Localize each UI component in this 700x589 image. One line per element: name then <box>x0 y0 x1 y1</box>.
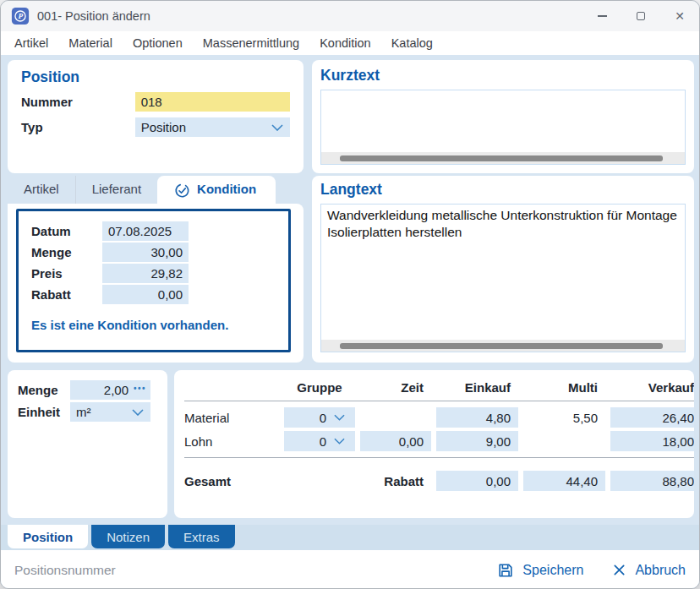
calc-table-panel: Gruppe Zeit Einkauf Multi Verkauf Materi… <box>174 370 694 518</box>
kurztext-hscrollbar[interactable] <box>321 152 685 164</box>
langtext-scroll-thumb[interactable] <box>340 343 664 349</box>
langtext-title: Langtext <box>320 181 686 199</box>
langtext-text: Wandverkleidung metallische Unterkonstru… <box>321 205 685 340</box>
datum-label: Datum <box>31 224 102 238</box>
kondition-box: Datum 07.08.2025 Menge 30,00 Preis 29,82… <box>16 209 291 352</box>
svg-text:P: P <box>18 12 23 20</box>
chevron-down-icon <box>132 409 144 416</box>
calc-table: Gruppe Zeit Einkauf Multi Verkauf Materi… <box>184 380 694 491</box>
material-multi-cell: 5,50 <box>523 407 605 428</box>
einheit-select[interactable]: m² <box>70 402 150 422</box>
einheit-selected-value: m² <box>76 405 91 419</box>
menu-massenermittlung[interactable]: Massenermittlung <box>193 36 309 50</box>
window-title: 001- Position ändern <box>37 9 150 23</box>
menge-panel: Menge 2,00 ••• Einheit m² <box>8 370 167 518</box>
kondition-status-text: Es ist eine Kondition vorhanden. <box>31 318 276 332</box>
einheit-label: Einheit <box>18 405 70 419</box>
tab-kondition[interactable]: Kondition <box>157 176 276 206</box>
menu-kondition[interactable]: Kondition <box>309 36 380 50</box>
lohn-gruppe-select[interactable]: 0 <box>284 431 355 451</box>
kondition-menge-field[interactable]: 30,00 <box>102 243 189 262</box>
minimize-icon[interactable] <box>582 1 621 31</box>
header-multi: Multi <box>523 380 605 395</box>
menge-label: Menge <box>18 383 70 397</box>
save-button[interactable]: Speichern <box>497 562 583 579</box>
position-panel-title: Position <box>21 68 290 86</box>
kondition-panel: Datum 07.08.2025 Menge 30,00 Preis 29,82… <box>8 204 304 363</box>
lohn-multi-cell <box>523 431 605 451</box>
kurztext-text <box>321 90 685 152</box>
header-zeit: Zeit <box>360 380 431 395</box>
menge-input[interactable]: 2,00 ••• <box>70 380 150 400</box>
tab-position[interactable]: Position <box>8 525 88 548</box>
material-row-label: Material <box>184 411 279 425</box>
lohn-gruppe-value: 0 <box>320 434 326 449</box>
langtext-panel: Langtext Wandverkleidung metallische Unt… <box>312 176 694 363</box>
material-gruppe-value: 0 <box>320 411 326 425</box>
material-verkauf-field[interactable]: 26,40 <box>610 407 694 428</box>
x-mark-icon <box>612 563 626 577</box>
kondition-rabatt-field[interactable]: 0,00 <box>102 285 189 304</box>
typ-selected-value: Position <box>141 120 186 134</box>
close-icon[interactable]: ✕ <box>660 1 699 31</box>
material-zeit-cell <box>360 407 431 428</box>
menge-value: 2,00 <box>104 383 129 397</box>
kurztext-panel: Kurztext <box>312 60 694 173</box>
app-logo-icon: P <box>11 7 30 25</box>
gesamt-row-label: Gesamt <box>184 474 279 488</box>
tab-kondition-label: Kondition <box>197 182 256 196</box>
header-einkauf: Einkauf <box>436 380 518 395</box>
kurztext-scroll-thumb[interactable] <box>340 155 664 161</box>
nummer-input[interactable]: 018 <box>135 92 290 112</box>
detail-tabs: Artikel Lieferant Kondition <box>8 176 276 206</box>
gesamt-verkauf-field[interactable]: 88,80 <box>610 471 694 491</box>
save-button-label: Speichern <box>522 563 583 578</box>
datum-field[interactable]: 07.08.2025 <box>102 221 189 241</box>
check-circle-icon <box>174 183 190 199</box>
menu-artikel[interactable]: Artikel <box>4 36 58 50</box>
menu-optionen[interactable]: Optionen <box>123 36 193 50</box>
langtext-hscrollbar[interactable] <box>321 340 685 352</box>
statusbar: Positionsnummer Speichern Abbruch <box>1 550 699 589</box>
material-gruppe-select[interactable]: 0 <box>284 407 355 428</box>
menu-material[interactable]: Material <box>58 36 123 50</box>
bottom-tab-strip: Position Notizen Extras <box>1 525 699 550</box>
langtext-textarea[interactable]: Wandverkleidung metallische Unterkonstru… <box>320 204 686 352</box>
preis-field[interactable]: 29,82 <box>102 264 189 283</box>
tab-lieferant[interactable]: Lieferant <box>75 176 157 206</box>
gesamt-multi-field[interactable]: 44,40 <box>523 471 605 491</box>
status-hint: Positionsnummer <box>14 563 497 578</box>
content-area: Position Nummer 018 Typ Position Kurztex… <box>1 55 699 589</box>
chevron-down-icon <box>271 124 283 131</box>
material-einkauf-field[interactable]: 4,80 <box>436 407 518 428</box>
header-divider <box>184 401 694 401</box>
gesamt-rabatt-field[interactable]: 0,00 <box>436 471 518 491</box>
app-window: P 001- Position ändern ✕ Artikel Materia… <box>0 0 700 589</box>
typ-label: Typ <box>21 120 135 134</box>
lohn-row-label: Lohn <box>184 434 279 449</box>
kurztext-textarea[interactable] <box>320 90 686 165</box>
lohn-verkauf-field[interactable]: 18,00 <box>610 431 694 451</box>
tab-notizen[interactable]: Notizen <box>91 525 165 548</box>
tab-artikel[interactable]: Artikel <box>8 176 75 206</box>
kondition-rabatt-label: Rabatt <box>31 287 102 302</box>
lohn-einkauf-field[interactable]: 9,00 <box>436 431 518 451</box>
preis-label: Preis <box>31 266 102 281</box>
kurztext-title: Kurztext <box>320 67 686 85</box>
header-gruppe: Gruppe <box>284 380 355 395</box>
nummer-label: Nummer <box>21 95 135 109</box>
cancel-button-label: Abbruch <box>635 563 686 578</box>
total-divider <box>184 457 694 458</box>
cancel-button[interactable]: Abbruch <box>612 563 686 578</box>
maximize-icon[interactable] <box>621 1 660 31</box>
chevron-down-icon <box>334 414 345 421</box>
tab-extras[interactable]: Extras <box>168 525 235 548</box>
floppy-disk-icon <box>497 562 514 579</box>
ellipsis-icon[interactable]: ••• <box>134 384 146 393</box>
chevron-down-icon <box>334 438 345 444</box>
typ-select[interactable]: Position <box>135 117 290 137</box>
menu-katalog[interactable]: Katalog <box>381 36 443 50</box>
header-verkauf: Verkauf <box>610 380 694 395</box>
lohn-zeit-field[interactable]: 0,00 <box>360 431 431 451</box>
gesamt-rabatt-label: Rabatt <box>360 474 431 488</box>
